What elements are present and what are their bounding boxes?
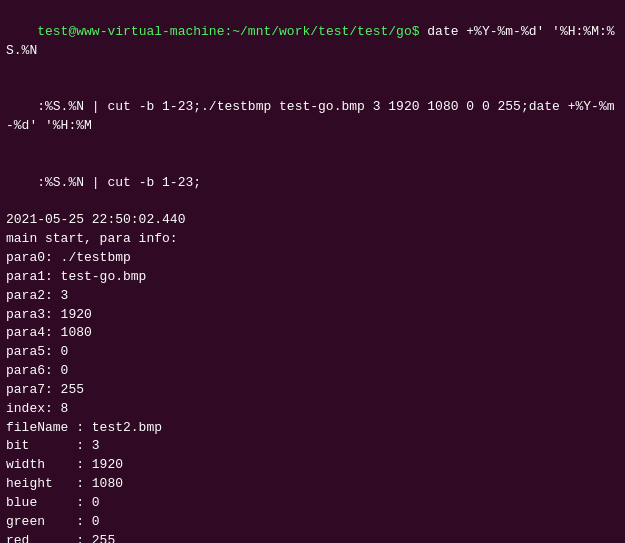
- line-1: 2021-05-25 22:50:02.440: [6, 211, 619, 230]
- line-7: para4: 1080: [6, 324, 619, 343]
- line-12: fileName : test2.bmp: [6, 419, 619, 438]
- line-cmd-cont2: :%S.%N | cut -b 1-23;: [6, 155, 619, 212]
- line-5: para2: 3: [6, 287, 619, 306]
- line-cmd-cont: :%S.%N | cut -b 1-23;./testbmp test-go.b…: [6, 79, 619, 154]
- line-14: width : 1920: [6, 456, 619, 475]
- prompt-user: test@www-virtual-machine:: [37, 24, 232, 39]
- line-18: red : 255: [6, 532, 619, 543]
- line-0: test@www-virtual-machine:~/mnt/work/test…: [6, 4, 619, 79]
- line-2: main start, para info:: [6, 230, 619, 249]
- prompt-path: ~/mnt/work/test/test/go$: [232, 24, 419, 39]
- line-17: green : 0: [6, 513, 619, 532]
- line-13: bit : 3: [6, 437, 619, 456]
- line-6: para3: 1920: [6, 306, 619, 325]
- line-10: para7: 255: [6, 381, 619, 400]
- line-4: para1: test-go.bmp: [6, 268, 619, 287]
- line-11: index: 8: [6, 400, 619, 419]
- line-3: para0: ./testbmp: [6, 249, 619, 268]
- line-15: height : 1080: [6, 475, 619, 494]
- terminal: test@www-virtual-machine:~/mnt/work/test…: [0, 0, 625, 543]
- line-9: para6: 0: [6, 362, 619, 381]
- line-8: para5: 0: [6, 343, 619, 362]
- line-16: blue : 0: [6, 494, 619, 513]
